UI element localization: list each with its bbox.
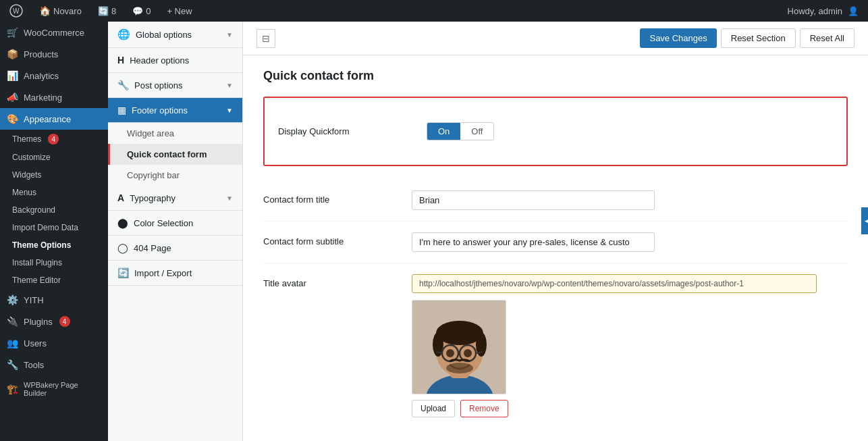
sidebar-item-background[interactable]: Background [5, 201, 108, 219]
mid-item-color-selection[interactable]: ⬤ Color Selection [108, 211, 242, 236]
main-header: ⊟ Save Changes Reset Section Reset All [243, 22, 868, 55]
mid-item-typography[interactable]: A Typography ▼ [108, 186, 242, 211]
mid-item-post-options[interactable]: 🔧 Post options ▼ [108, 73, 242, 98]
site-name[interactable]: 🏠 Novaro [35, 0, 86, 22]
wrench-icon: 🔧 [117, 80, 129, 90]
avatar-buttons: Upload Remove [412, 400, 848, 417]
sidebar-item-menus[interactable]: Menus [5, 184, 108, 201]
chevron-up-icon: ▼ [226, 107, 233, 114]
sidebar-item-customize[interactable]: Customize [5, 149, 108, 166]
sidebar-item-widgets[interactable]: Widgets [5, 166, 108, 184]
plugins-badge: 4 [59, 316, 70, 327]
content-area: Quick contact form Display Quickform On … [243, 55, 868, 441]
sidebar-item-tools[interactable]: 🔧 Tools [0, 354, 108, 375]
mid-sub-widget-area[interactable]: Widget area [108, 123, 242, 144]
mid-item-header-options[interactable]: H Header options [108, 48, 242, 73]
middle-sidebar: 🌐 Global options ▼ H Header options 🔧 Po… [108, 22, 243, 441]
color-icon: ⬤ [117, 217, 128, 228]
contact-form-subtitle-control [412, 232, 848, 252]
appearance-submenu: Themes 4 Customize Widgets Menus Backgro… [0, 130, 108, 289]
page-title: Quick contact form [263, 69, 848, 83]
svg-point-16 [446, 363, 473, 373]
sidebar-item-products[interactable]: 📦 Products [0, 43, 108, 65]
display-quickform-box: Display Quickform On Off [263, 97, 848, 166]
sidebar-item-appearance[interactable]: 🎨 Appearance [0, 108, 108, 130]
footer-icon: ▦ [117, 105, 126, 115]
contact-form-title-control [412, 190, 848, 210]
title-avatar-row: Title avatar [263, 263, 848, 428]
howdy-user: Howdy, admin 👤 [784, 0, 863, 22]
sidebar-item-themes[interactable]: Themes 4 [5, 130, 108, 149]
updates[interactable]: 🔄 8 [94, 0, 120, 22]
header-buttons: Save Changes Reset Section Reset All [640, 28, 855, 48]
sidebar-item-yith[interactable]: ⚙️ YITH [0, 289, 108, 311]
chevron-down-icon: ▼ [226, 31, 233, 38]
sidebar-item-marketing[interactable]: 📣 Marketing [0, 86, 108, 108]
typography-icon: A [117, 192, 124, 203]
title-avatar-url-input[interactable] [412, 274, 817, 293]
contact-form-title-input[interactable] [412, 190, 655, 210]
main-content: ⊟ Save Changes Reset Section Reset All Q… [243, 22, 868, 441]
left-sidebar: 🛒 WooCommerce 📦 Products 📊 Analytics 📣 M… [0, 22, 108, 441]
title-avatar-control: Upload Remove [412, 274, 848, 417]
title-avatar-label: Title avatar [263, 274, 412, 288]
mid-item-global-options[interactable]: 🌐 Global options ▼ [108, 22, 242, 48]
contact-form-subtitle-row: Contact form subtitle [263, 222, 848, 263]
display-quickform-row: Display Quickform On Off [278, 111, 833, 151]
panel-icon: ⊟ [256, 29, 275, 48]
contact-form-title-row: Contact form title [263, 180, 848, 222]
avatar-area: Upload Remove [412, 300, 848, 417]
admin-bar: W 🏠 Novaro 🔄 8 💬 0 + New Howdy, admin 👤 [0, 0, 868, 22]
avatar-image [412, 300, 506, 394]
globe-icon: 🌐 [117, 28, 130, 41]
header-icon: H [117, 55, 124, 66]
sidebar-item-theme-options[interactable]: Theme Options [5, 236, 108, 254]
remove-button[interactable]: Remove [460, 400, 508, 417]
chevron-down-icon: ▼ [226, 82, 233, 89]
sidebar-item-woocommerce[interactable]: 🛒 WooCommerce [0, 22, 108, 43]
toggle-on-button[interactable]: On [427, 123, 460, 140]
sidebar-item-analytics[interactable]: 📊 Analytics [0, 65, 108, 86]
wp-logo[interactable]: W [5, 0, 27, 22]
import-export-icon: 🔄 [117, 267, 129, 278]
toggle-group: On Off [427, 122, 494, 140]
mid-item-footer-options[interactable]: ▦ Footer options ▼ [108, 98, 242, 123]
sidebar-item-install-plugins[interactable]: Install Plugins [5, 254, 108, 271]
upload-button[interactable]: Upload [412, 400, 455, 417]
mid-item-404-page[interactable]: ◯ 404 Page [108, 236, 242, 261]
themes-badge: 4 [48, 134, 59, 145]
sidebar-item-plugins[interactable]: 🔌 Plugins 4 [0, 311, 108, 332]
contact-form-title-label: Contact form title [263, 190, 412, 205]
mid-sub-copyright-bar[interactable]: Copyright bar [108, 165, 242, 186]
sidebar-item-theme-editor[interactable]: Theme Editor [5, 271, 108, 289]
contact-form-subtitle-input[interactable] [412, 232, 655, 252]
svg-point-15 [464, 349, 472, 357]
display-quickform-label: Display Quickform [278, 122, 427, 136]
sidebar-item-import-demo[interactable]: Import Demo Data [5, 219, 108, 236]
sidebar-item-users[interactable]: 👥 Users [0, 332, 108, 354]
comments[interactable]: 💬 0 [128, 0, 155, 22]
contact-form-subtitle-label: Contact form subtitle [263, 232, 412, 247]
sidebar-item-wpbakery[interactable]: 🏗️ WPBakery Page Builder [0, 375, 108, 403]
chevron-down-icon: ▼ [226, 194, 233, 202]
save-changes-button[interactable]: Save Changes [640, 28, 716, 48]
display-quickform-control: On Off [427, 122, 833, 140]
toggle-off-button[interactable]: Off [460, 123, 493, 140]
mid-sub-quick-contact-form[interactable]: Quick contact form [108, 144, 242, 165]
svg-point-14 [446, 349, 454, 357]
mid-item-import-export[interactable]: 🔄 Import / Export [108, 261, 242, 286]
new-content[interactable]: + New [163, 0, 196, 22]
reset-all-button[interactable]: Reset All [800, 28, 855, 48]
svg-text:W: W [13, 7, 20, 15]
reset-section-button[interactable]: Reset Section [721, 28, 796, 48]
404-icon: ◯ [117, 242, 128, 253]
